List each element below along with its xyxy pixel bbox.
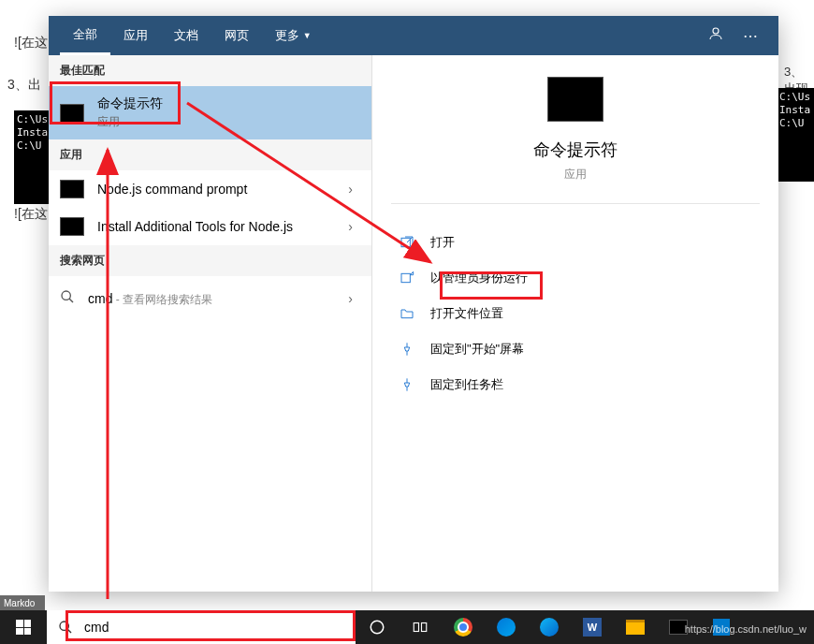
result-title: Install Additional Tools for Node.js [97, 219, 341, 234]
start-button[interactable] [0, 610, 47, 644]
tab-all[interactable]: 全部 [60, 16, 110, 55]
cmd-icon [60, 104, 84, 123]
taskbar-search[interactable] [47, 610, 356, 644]
action-pin-start[interactable]: 固定到"开始"屏幕 [382, 331, 769, 367]
pin-icon [399, 376, 415, 393]
svg-rect-10 [422, 623, 427, 632]
result-web-search[interactable]: cmd - 查看网络搜索结果 › [49, 276, 371, 321]
svg-rect-2 [401, 238, 410, 246]
admin-icon [399, 270, 415, 286]
tab-docs[interactable]: 文档 [161, 16, 211, 55]
qq-browser-icon[interactable] [528, 610, 571, 644]
more-icon[interactable]: ⋯ [734, 27, 767, 45]
svg-rect-9 [414, 623, 418, 632]
section-apps: 应用 [49, 139, 371, 170]
action-run-as-admin[interactable]: 以管理员身份运行 [382, 260, 769, 296]
preview-app-icon [547, 77, 603, 122]
svg-point-7 [60, 622, 68, 630]
action-open-location[interactable]: 打开文件位置 [382, 296, 769, 331]
result-cmd[interactable]: 命令提示符 应用 [49, 86, 371, 139]
svg-rect-3 [401, 273, 410, 282]
result-nodejs-tools[interactable]: Install Additional Tools for Node.js › [49, 208, 371, 245]
tab-more-label: 更多 [275, 27, 299, 44]
result-title: 命令提示符 [97, 95, 360, 112]
chevron-right-icon[interactable]: › [341, 291, 360, 306]
action-label: 固定到任务栏 [430, 376, 503, 393]
windows-icon [16, 620, 31, 635]
search-icon [58, 620, 73, 635]
section-best-match: 最佳匹配 [49, 55, 371, 86]
svg-point-0 [713, 28, 719, 34]
task-view-icon[interactable] [399, 610, 442, 644]
web-suffix: - 查看网络搜索结果 [112, 293, 212, 306]
action-label: 以管理员身份运行 [430, 270, 528, 286]
web-query: cmd [88, 291, 112, 306]
bg-text: 3、出 [7, 77, 41, 94]
word-icon[interactable]: W [571, 610, 614, 644]
action-label: 打开 [430, 234, 455, 251]
result-text: Install Additional Tools for Node.js [97, 219, 341, 234]
result-nodejs-prompt[interactable]: Node.js command prompt › [49, 170, 371, 208]
watermark: https://blog.csdn.net/luo_w [685, 623, 807, 635]
action-label: 打开文件位置 [430, 305, 503, 322]
result-subtitle: 应用 [97, 114, 360, 130]
feedback-icon[interactable] [698, 25, 734, 46]
tab-more[interactable]: 更多 ▼ [262, 16, 325, 55]
svg-point-1 [62, 291, 70, 300]
tabs-bar: 全部 应用 文档 网页 更多 ▼ ⋯ [49, 16, 778, 55]
action-label: 固定到"开始"屏幕 [430, 341, 524, 358]
explorer-icon[interactable] [614, 610, 657, 644]
cmd-icon [60, 180, 84, 198]
open-icon [399, 234, 415, 251]
preview-title: 命令提示符 [382, 139, 769, 161]
result-title: Node.js command prompt [97, 182, 341, 197]
bg-terminal: C:\Us Insta C:\U [777, 88, 814, 182]
action-open[interactable]: 打开 [382, 225, 769, 260]
bg-text: ![在这 [14, 35, 48, 51]
result-text: 命令提示符 应用 [97, 95, 360, 130]
cortana-icon[interactable] [356, 610, 399, 644]
result-text: cmd - 查看网络搜索结果 [88, 290, 341, 308]
markdown-badge: Markdo [0, 595, 45, 610]
edge-icon[interactable] [485, 610, 528, 644]
chevron-right-icon[interactable]: › [341, 219, 360, 234]
tab-apps[interactable]: 应用 [110, 16, 161, 55]
cmd-icon [60, 217, 84, 236]
action-pin-taskbar[interactable]: 固定到任务栏 [382, 367, 769, 402]
chevron-right-icon[interactable]: › [341, 182, 360, 197]
results-list: 最佳匹配 命令提示符 应用 应用 Node.js command prompt … [49, 16, 371, 592]
search-results-popup: 全部 应用 文档 网页 更多 ▼ ⋯ 最佳匹配 命令提示符 应用 应用 Node… [49, 16, 778, 592]
search-input[interactable] [84, 620, 344, 635]
tab-web[interactable]: 网页 [211, 16, 262, 55]
section-search-web: 搜索网页 [49, 245, 371, 276]
search-icon [60, 289, 75, 308]
chrome-icon[interactable] [442, 610, 485, 644]
preview-panel: 命令提示符 应用 打开 以管理员身份运行 打开文件位置 固定到"开始" [371, 16, 778, 592]
pin-icon [399, 341, 415, 358]
bg-text: ![在这 [14, 206, 48, 223]
folder-icon [399, 305, 415, 322]
chevron-down-icon: ▼ [303, 31, 312, 40]
result-text: Node.js command prompt [97, 182, 341, 197]
bg-terminal: C:\Us Insta C:\U [14, 110, 49, 204]
separator [391, 203, 760, 204]
svg-point-8 [371, 621, 384, 634]
preview-subtitle: 应用 [382, 167, 769, 183]
